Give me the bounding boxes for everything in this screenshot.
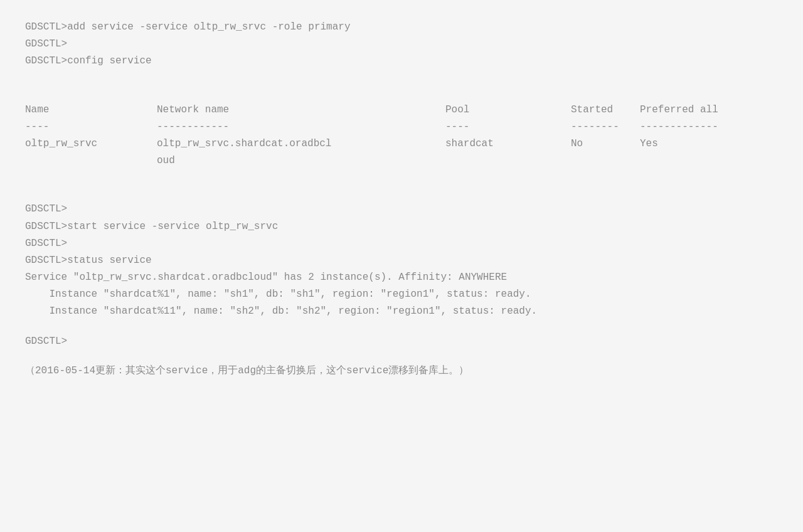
command-line-6: GDSCTL> [25, 235, 778, 252]
sep-preferred: ------------- [640, 119, 765, 136]
config-table: Name Network name Pool Started Preferred… [25, 102, 778, 170]
command-line-1: GDSCTL>add service -service oltp_rw_srvc… [25, 19, 778, 36]
data-preferred: Yes [640, 136, 765, 152]
command-line-4: GDSCTL> [25, 201, 778, 218]
col-header-preferred: Preferred all [640, 102, 765, 119]
sep-network: ------------ [157, 119, 445, 136]
command-line-8: GDSCTL> [25, 333, 778, 350]
sep-name: ---- [25, 119, 157, 136]
sep-pool: ---- [445, 119, 571, 136]
data-name: oltp_rw_srvc [25, 136, 157, 152]
data-pool: shardcat [445, 136, 571, 152]
command-line-5: GDSCTL>start service -service oltp_rw_sr… [25, 218, 778, 235]
data-network-line1: oltp_rw_srvc.shardcat.oradbcl [157, 136, 445, 152]
command-line-3: GDSCTL>config service [25, 53, 778, 70]
status-service-line: Service "oltp_rw_srvc.shardcat.oradbclou… [25, 269, 778, 286]
table-separator-row: ---- ------------ ---- -------- --------… [25, 119, 778, 136]
col-header-started: Started [571, 102, 640, 119]
command-line-7: GDSCTL>status service [25, 252, 778, 269]
data-name-blank [25, 152, 157, 169]
command-line-2: GDSCTL> [25, 36, 778, 53]
note-line: （2016-05-14更新：其实这个service，用于adg的主备切换后，这个… [25, 363, 778, 380]
status-instance-1: Instance "shardcat%1", name: "sh1", db: … [25, 286, 778, 303]
sep-started: -------- [571, 119, 640, 136]
table-data-row-1: oltp_rw_srvc oltp_rw_srvc.shardcat.oradb… [25, 136, 778, 152]
terminal-block: GDSCTL>add service -service oltp_rw_srvc… [25, 13, 778, 386]
col-header-name: Name [25, 102, 157, 119]
status-instance-2: Instance "shardcat%11", name: "sh2", db:… [25, 303, 778, 320]
data-network-line2: oud [157, 152, 445, 169]
col-header-pool: Pool [445, 102, 571, 119]
table-data-row-2: oud [25, 152, 778, 169]
data-started: No [571, 136, 640, 152]
col-header-network: Network name [157, 102, 445, 119]
table-header-row: Name Network name Pool Started Preferred… [25, 102, 778, 119]
